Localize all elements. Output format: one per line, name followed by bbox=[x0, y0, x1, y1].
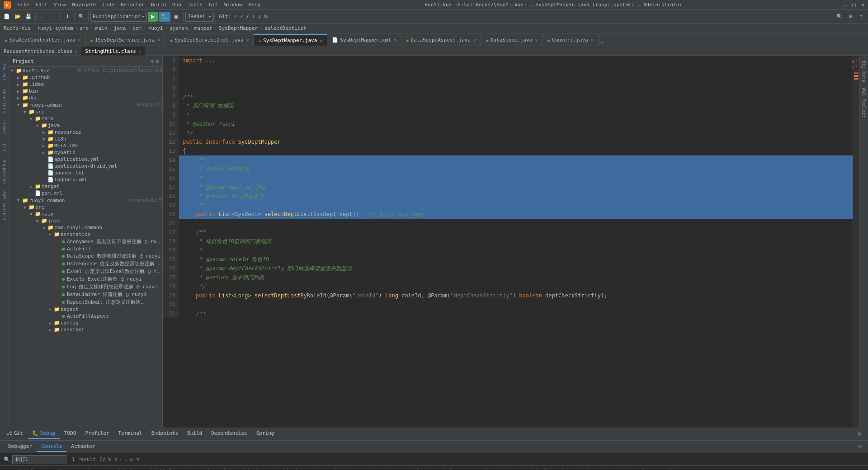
error-mark[interactable] bbox=[854, 72, 859, 74]
close-btn[interactable]: ✕ bbox=[861, 2, 864, 8]
tree-item-pom-xml[interactable]: ▶ 📄 pom.xml bbox=[9, 190, 162, 197]
breadcrumb-item-6[interactable]: ruoyi bbox=[148, 25, 163, 31]
search-down-icon[interactable]: ↓ bbox=[124, 456, 127, 463]
code-editor[interactable]: 3 import ... 4 5 6 7 /** 8 * 部门管理 数据层 9 … bbox=[163, 56, 859, 428]
tab-datascope[interactable]: ☕ DataScope.java ✕ bbox=[481, 34, 542, 46]
tree-item-java[interactable]: ▼ 📁 java bbox=[9, 122, 162, 129]
tree-item-repeatsubmit[interactable]: ▶ ● RepeatSubmit 注意定义注解防止表单重复提交 @ ... bbox=[9, 298, 162, 306]
recent-files-btn[interactable]: ⬇ bbox=[62, 12, 72, 22]
tab2-stringutils[interactable]: StringUtils.class ✕ bbox=[81, 47, 145, 56]
tab-close-icon[interactable]: ✕ bbox=[157, 38, 160, 42]
search-btn[interactable]: 🔍 bbox=[835, 12, 844, 22]
tree-item-github[interactable]: ▶ 📁 .github bbox=[9, 74, 162, 81]
menu-window[interactable]: Window bbox=[222, 1, 245, 8]
tree-item-datasource[interactable]: ▶ ● DataSource 自定义多数据源切换注解 @ ruoyi bbox=[9, 260, 162, 268]
menu-help[interactable]: Help bbox=[246, 1, 264, 8]
debug-tab-debugger[interactable]: Debugger bbox=[4, 442, 37, 452]
more-tabs-btn[interactable]: ⋯ bbox=[599, 40, 607, 46]
tree-item-idea[interactable]: ▶ 📁 .idea bbox=[9, 81, 162, 88]
menu-build[interactable]: Build bbox=[148, 1, 169, 8]
breadcrumb-item-7[interactable]: system bbox=[170, 25, 188, 31]
tab-sysdeptmapper-java[interactable]: ☕ SysDeptMapper.java ✕ bbox=[254, 34, 327, 46]
warning-mark[interactable] bbox=[854, 75, 859, 77]
tree-item-config[interactable]: ▶ 📁 config bbox=[9, 320, 162, 326]
breadcrumb-item-10[interactable]: selectDeptList bbox=[264, 25, 307, 31]
bottom-tab-terminal[interactable]: Terminal bbox=[113, 428, 146, 439]
right-tab-bigdata[interactable]: Big Data bbox=[860, 58, 867, 85]
tree-item-banner-txt[interactable]: ▶ 📄 banner.txt bbox=[9, 169, 162, 176]
breadcrumb-item-4[interactable]: java bbox=[114, 25, 126, 31]
tree-item-excels[interactable]: ▶ ● Excels Excel注解集 @ ruoyi bbox=[9, 275, 162, 283]
menu-git[interactable]: Git bbox=[206, 1, 221, 8]
bottom-tab-debug[interactable]: 🐛 Debug bbox=[28, 428, 60, 439]
run-config-dropdown[interactable]: RuoYiApplication ▾ bbox=[90, 12, 147, 22]
tree-item-annotation[interactable]: ▼ 📁 annotation bbox=[9, 231, 162, 238]
tree-item-excel[interactable]: ▶ ● Excel 自定义导出Excel数据注解 @ ruoyi bbox=[9, 268, 162, 275]
tab-sysdeptserviceimpl[interactable]: ☕ SysDeptServiceImpl.java ✕ bbox=[165, 34, 254, 46]
search-input[interactable] bbox=[12, 455, 66, 464]
breadcrumb-item-5[interactable]: com bbox=[132, 25, 142, 31]
tree-item-ruoyi-vue[interactable]: ▼ 📁 RuoYi-Vue 根管理系统 E:\gitRepos2\RuoYi-V… bbox=[9, 67, 162, 74]
breadcrumb-item-0[interactable]: RuoYi-Vue bbox=[4, 25, 31, 31]
tab-close-icon[interactable]: ✕ bbox=[75, 49, 77, 54]
tab-close-icon[interactable]: ✕ bbox=[591, 38, 594, 42]
debug-close-btn[interactable]: ✕ bbox=[855, 442, 864, 451]
tree-item-target[interactable]: ▶ 📁 target bbox=[9, 183, 162, 190]
git-status[interactable]: Git: ✓ ✓ / ↑ ↓ ⟳ bbox=[218, 12, 269, 22]
tree-item-common-src[interactable]: ▼ 📁 src bbox=[9, 204, 162, 211]
tree-item-metainf[interactable]: ▶ 📁 META-INF bbox=[9, 142, 162, 149]
tree-item-application-yml[interactable]: ▶ 📄 application.yml bbox=[9, 156, 162, 163]
bottom-tab-endpoints[interactable]: Endpoints bbox=[146, 428, 183, 439]
tab-sysdeptmapper-xml[interactable]: 📄 SysDeptMapper.xml ✕ bbox=[327, 34, 401, 46]
tree-item-logback-xml[interactable]: ▶ 📄 logback.xml bbox=[9, 176, 162, 183]
settings-btn[interactable]: ⚙ bbox=[845, 12, 855, 22]
left-tab-project[interactable]: Project bbox=[1, 60, 8, 84]
tab-close-icon[interactable]: ✕ bbox=[246, 38, 249, 42]
code-wrapper[interactable]: 3 import ... 4 5 6 7 /** 8 * 部门管理 数据层 9 … bbox=[163, 56, 853, 428]
breadcrumb-item-8[interactable]: mapper bbox=[194, 25, 212, 31]
tab2-requestattributes[interactable]: RequestAttributes.class ✕ bbox=[0, 47, 81, 56]
tree-item-main[interactable]: ▼ 📁 main bbox=[9, 115, 162, 122]
tree-item-ratelimiter[interactable]: ▶ ● RateLimiter 限流注解 @ ruoyi bbox=[9, 291, 162, 298]
tab-close-icon[interactable]: ✕ bbox=[535, 38, 538, 42]
project-collapse-icon[interactable]: ≡ bbox=[156, 58, 159, 64]
breadcrumb-item-2[interactable]: src bbox=[80, 25, 89, 31]
minimize-btn[interactable]: – bbox=[844, 2, 847, 8]
left-tab-aws[interactable]: AWS Toolkit bbox=[1, 188, 8, 224]
tree-item-ruoyi-admin[interactable]: ▼ 📁 ruoyi-admin web服务入口 bbox=[9, 101, 162, 108]
menu-edit[interactable]: Edit bbox=[33, 1, 51, 8]
menu-code[interactable]: Code bbox=[99, 1, 117, 8]
project-settings-icon[interactable]: ⚙ bbox=[151, 58, 154, 64]
tab-sysdeptcontroller[interactable]: ☕ SysDeptController.java ✕ bbox=[0, 34, 85, 46]
tree-item-i18n[interactable]: ▼ 📁 i18n bbox=[9, 136, 162, 142]
info-mark[interactable] bbox=[854, 78, 859, 80]
menu-navigate[interactable]: Navigate bbox=[70, 1, 99, 8]
tab-datascopeaspect[interactable]: ☕ DataScopeAspect.java ✕ bbox=[401, 34, 481, 46]
debug-btn[interactable]: 🐛 bbox=[159, 12, 170, 22]
jrebel-dropdown[interactable]: JRebel ▾ bbox=[185, 12, 214, 22]
menu-file[interactable]: File bbox=[14, 1, 32, 8]
left-tab-bookmarks[interactable]: Bookmarks bbox=[1, 157, 8, 187]
search-everywhere-btn[interactable]: 🔍 bbox=[76, 12, 86, 22]
tree-item-anonymous[interactable]: ▶ ● Anonymous 匿名访问不鉴权注解 @ ruoyi bbox=[9, 238, 162, 245]
tree-item-autofillaspect[interactable]: ▶ ● AutoFillAspect bbox=[9, 313, 162, 320]
debug-tab-actuator[interactable]: Actuator bbox=[66, 442, 99, 452]
help-btn[interactable]: ? bbox=[856, 12, 866, 22]
bottom-tab-spring[interactable]: Spring bbox=[252, 428, 279, 439]
tree-item-bin[interactable]: ▶ 📁 bin bbox=[9, 88, 162, 94]
tree-item-doc[interactable]: ▶ 📁 doc bbox=[9, 94, 162, 101]
tab-close-icon[interactable]: ✕ bbox=[394, 38, 396, 42]
breadcrumb-item-3[interactable]: main bbox=[95, 25, 108, 31]
search-up-icon[interactable]: ↑ bbox=[119, 456, 123, 463]
tab-convert[interactable]: ☕ Convert.java ✕ bbox=[542, 34, 598, 46]
left-tab-commit[interactable]: Commit bbox=[1, 118, 8, 139]
tab-close-icon[interactable]: ✕ bbox=[473, 38, 476, 42]
forward-btn[interactable]: → bbox=[48, 12, 58, 22]
bottom-settings-icon[interactable]: ⚙ bbox=[858, 431, 861, 437]
bottom-minimize-icon[interactable]: – bbox=[863, 431, 866, 437]
tree-item-common-main[interactable]: ▼ 📁 main bbox=[9, 211, 162, 217]
run-btn[interactable]: ▶ bbox=[148, 12, 158, 22]
back-btn[interactable]: ← bbox=[38, 12, 47, 22]
right-tab-aws[interactable]: AWS Toolkit bbox=[860, 85, 867, 120]
tree-item-common-java[interactable]: ▼ 📁 java bbox=[9, 217, 162, 224]
